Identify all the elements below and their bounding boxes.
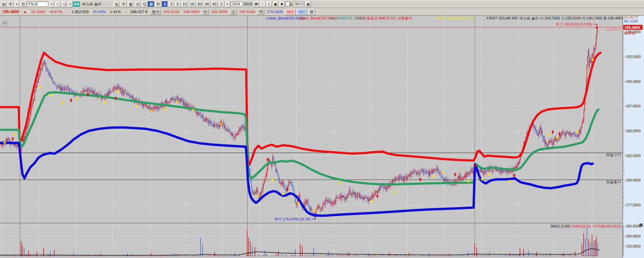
hc-value: HC:-0,02	[624, 19, 638, 23]
indicator-legend: Lower_Band(181,6341)Upper_Band(192,5662)…	[266, 16, 623, 20]
prev-close-line-label: 전일종가	[606, 180, 621, 184]
plot-background	[0, 16, 623, 258]
interval-45-button[interactable]: 45	[204, 1, 210, 7]
symbol-input[interactable]: FSLR	[27, 2, 48, 7]
day-low-annotation: 최저 176,4700 (11:26)	[274, 217, 311, 221]
search-icon[interactable]: ⌕	[55, 1, 60, 7]
won-icon[interactable]: ₩	[253, 1, 259, 7]
ask-price: 195.5100	[162, 10, 181, 14]
volume-axis-tick: 300,0000	[626, 224, 641, 228]
price-axis-tick: 185,0000	[626, 129, 641, 133]
today-close-line-label: 당일종가	[606, 27, 621, 31]
interval-60-button[interactable]: 60	[211, 1, 218, 7]
toolbar-main: ▤주▼전FSLR▼⌕◁▼NA퍼스트 솔라일주월년Q분틱1351015304560…	[0, 0, 644, 8]
volume-ratio: 25.93%	[91, 10, 108, 14]
turnover-ratio: 1.41%	[108, 10, 123, 14]
interval-10-button[interactable]: 10	[181, 1, 188, 7]
market-badge: NA	[73, 2, 80, 7]
last-price: 195.4800	[1, 9, 21, 14]
interval-custom-button[interactable]: 1	[219, 1, 224, 7]
lc-value: LC:10,77	[624, 16, 638, 19]
value-amount: 348,427 K	[128, 10, 149, 14]
price-axis-tick: 182,5000	[626, 154, 641, 158]
chart-window-icon[interactable]: ▤	[1, 1, 6, 7]
price-axis-tick: 187,5000	[626, 104, 641, 108]
gear-icon[interactable]: ✱	[279, 1, 285, 7]
legend-item: FIRST SOLAR INC 퍼스트 솔라 시:194,7500 고:195,…	[487, 16, 623, 20]
low-label: 저	[257, 9, 264, 15]
price-axis-tick: 177,5000	[626, 203, 641, 207]
legend-checkbox-icon	[352, 17, 354, 19]
price-axis-tick: 190,0000	[626, 80, 641, 84]
symbol-dropdown[interactable]: ▼	[49, 1, 54, 7]
interval-15-button[interactable]: 15	[189, 1, 196, 7]
chart-canvas[interactable]: Lower_Band(181,6341)Upper_Band(192,5662)…	[0, 16, 644, 258]
volume-axis-tick: 100,0000	[626, 244, 641, 248]
interval-5-button[interactable]: 5	[175, 1, 180, 7]
change-arrow-icon: ▲	[21, 10, 29, 14]
d-checkbox[interactable]: D	[285, 2, 292, 7]
checkbox-box[interactable]	[285, 2, 290, 6]
period-minute-button[interactable]: 분	[148, 1, 154, 7]
interval-1-button[interactable]: 1	[162, 1, 168, 7]
footprints-icon[interactable]: ∵	[260, 1, 266, 7]
volume-legend-item: 거래대금(억, 1470원)(49,6322)	[571, 224, 622, 228]
period-month-button[interactable]: 월	[127, 1, 134, 7]
date-field[interactable]: 08/15	[293, 2, 305, 7]
period-day-button[interactable]: 일	[113, 1, 120, 7]
bar-count-input[interactable]: 1024	[231, 2, 243, 7]
panel-divider	[0, 223, 623, 223]
prev-symbol-button[interactable]: 전	[20, 1, 26, 7]
interval-30-button[interactable]: 30	[196, 1, 203, 7]
bid-price: 195.0000	[182, 10, 201, 14]
volume-axis-settings-icon	[640, 224, 642, 226]
stock-type-button[interactable]: 주	[7, 1, 13, 7]
bar-total-label: /3015	[244, 2, 253, 6]
legend-checkbox-icon	[484, 17, 486, 19]
current-price-value: 195,4800	[625, 25, 640, 30]
chart-grid-icon	[2, 21, 7, 25]
price-axis-tick: 192,5000	[626, 55, 641, 59]
trading-chart-window: ▤주▼전FSLR▼⌕◁▼NA퍼스트 솔라일주월년Q분틱1351015304560…	[0, 0, 644, 258]
change-value: 15.4300	[29, 10, 47, 14]
save-icon[interactable]: ▣	[273, 1, 278, 7]
calendar-icon[interactable]: ▦	[305, 1, 311, 7]
current-change-percent: 8.57%	[625, 31, 635, 35]
legend-item: 가격 이동평균 MACD 0선 상향돌파	[355, 16, 412, 20]
low-price: 179.0600	[265, 10, 284, 14]
high-label: 고	[230, 9, 237, 15]
volume-axis-tick: 200,0000	[626, 234, 641, 238]
prev-high-line-label: 전일고가	[606, 153, 621, 157]
interval-3-button[interactable]: 3	[168, 1, 174, 7]
day-high-annotation: 최고 195,5100 (12:58)	[555, 22, 592, 26]
change-percent: +8.57%	[47, 10, 64, 14]
period-q-button[interactable]: Q	[142, 1, 147, 7]
period-year-button[interactable]: 년	[135, 1, 141, 7]
trendline-icon[interactable]: ∿	[266, 1, 272, 7]
speaker-icon[interactable]: ◁	[61, 1, 67, 7]
speaker-dropdown[interactable]: ▼	[67, 1, 72, 7]
sell-button[interactable]: 매도	[297, 9, 307, 15]
period-tick-button[interactable]: 틱	[155, 1, 161, 7]
open-price: 182.0000	[210, 10, 229, 14]
price-axis-tick: 180,0000	[626, 178, 641, 182]
open-label: 시	[202, 9, 209, 15]
avg-button[interactable]: 평	[308, 9, 315, 15]
interval-dropdown[interactable]: ▼	[225, 1, 230, 7]
stock-type-dropdown[interactable]: ▼	[14, 1, 19, 7]
ask-label: 호가	[150, 9, 161, 15]
legend-item: MACD-sig와 골든크로스	[436, 16, 476, 20]
high-price: 195.5100	[237, 10, 257, 14]
price-axis-panel	[623, 16, 644, 258]
buy-button[interactable]: 매수	[285, 9, 296, 15]
volume-shares: 1,862,659	[70, 10, 90, 14]
stock-name-label: 퍼스트 솔라	[80, 2, 113, 7]
current-price-box: 195,4800	[623, 25, 643, 30]
volume-legend-item: 30(62,2130)	[550, 224, 570, 228]
period-week-button[interactable]: 주	[120, 1, 127, 7]
quote-bar: 195.4800▲15.4300+8.57%1,862,65925.93%1.4…	[0, 8, 644, 16]
